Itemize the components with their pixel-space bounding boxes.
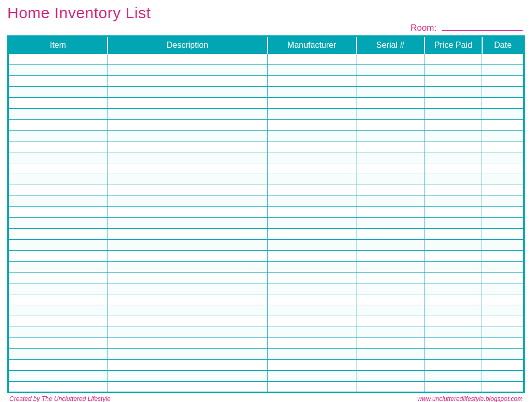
table-cell[interactable] <box>268 338 356 349</box>
table-cell[interactable] <box>108 65 267 76</box>
room-input-line[interactable] <box>442 23 523 31</box>
table-cell[interactable] <box>482 98 524 109</box>
table-cell[interactable] <box>424 141 482 152</box>
table-cell[interactable] <box>356 338 424 349</box>
table-row[interactable] <box>8 305 524 316</box>
table-cell[interactable] <box>108 218 267 229</box>
table-cell[interactable] <box>424 273 482 283</box>
table-cell[interactable] <box>356 229 424 240</box>
table-cell[interactable] <box>108 131 267 141</box>
table-row[interactable] <box>8 87 524 98</box>
table-cell[interactable] <box>8 294 108 305</box>
table-cell[interactable] <box>268 120 356 131</box>
table-cell[interactable] <box>8 338 108 349</box>
table-cell[interactable] <box>424 338 482 349</box>
table-row[interactable] <box>8 251 524 262</box>
table-cell[interactable] <box>482 240 524 251</box>
table-cell[interactable] <box>8 185 108 196</box>
table-cell[interactable] <box>108 349 267 360</box>
table-cell[interactable] <box>268 218 356 229</box>
table-cell[interactable] <box>108 120 267 131</box>
table-row[interactable] <box>8 196 524 207</box>
table-cell[interactable] <box>424 98 482 109</box>
table-cell[interactable] <box>482 65 524 76</box>
table-cell[interactable] <box>268 141 356 152</box>
table-cell[interactable] <box>268 174 356 185</box>
table-cell[interactable] <box>356 174 424 185</box>
table-cell[interactable] <box>356 305 424 316</box>
table-cell[interactable] <box>108 141 267 152</box>
table-row[interactable] <box>8 283 524 294</box>
table-cell[interactable] <box>108 229 267 240</box>
table-cell[interactable] <box>482 229 524 240</box>
table-cell[interactable] <box>8 120 108 131</box>
table-cell[interactable] <box>482 382 524 393</box>
table-cell[interactable] <box>268 152 356 163</box>
table-cell[interactable] <box>8 163 108 174</box>
table-cell[interactable] <box>424 120 482 131</box>
table-cell[interactable] <box>424 294 482 305</box>
table-cell[interactable] <box>356 54 424 65</box>
table-cell[interactable] <box>482 54 524 65</box>
table-cell[interactable] <box>424 65 482 76</box>
table-cell[interactable] <box>8 273 108 283</box>
table-row[interactable] <box>8 185 524 196</box>
table-cell[interactable] <box>424 240 482 251</box>
table-cell[interactable] <box>108 163 267 174</box>
table-cell[interactable] <box>482 185 524 196</box>
table-cell[interactable] <box>356 316 424 327</box>
table-cell[interactable] <box>268 229 356 240</box>
table-cell[interactable] <box>108 305 267 316</box>
table-cell[interactable] <box>268 65 356 76</box>
table-cell[interactable] <box>268 371 356 382</box>
table-cell[interactable] <box>108 109 267 120</box>
table-row[interactable] <box>8 316 524 327</box>
table-cell[interactable] <box>424 360 482 371</box>
table-row[interactable] <box>8 65 524 76</box>
table-cell[interactable] <box>108 196 267 207</box>
table-cell[interactable] <box>356 98 424 109</box>
table-cell[interactable] <box>108 294 267 305</box>
table-row[interactable] <box>8 229 524 240</box>
table-cell[interactable] <box>424 207 482 218</box>
table-cell[interactable] <box>482 327 524 338</box>
table-cell[interactable] <box>8 316 108 327</box>
table-cell[interactable] <box>108 76 267 87</box>
table-row[interactable] <box>8 152 524 163</box>
table-cell[interactable] <box>356 327 424 338</box>
table-cell[interactable] <box>424 54 482 65</box>
table-cell[interactable] <box>268 360 356 371</box>
table-row[interactable] <box>8 349 524 360</box>
table-cell[interactable] <box>356 283 424 294</box>
table-row[interactable] <box>8 294 524 305</box>
table-cell[interactable] <box>268 262 356 273</box>
table-cell[interactable] <box>108 207 267 218</box>
table-cell[interactable] <box>424 349 482 360</box>
table-cell[interactable] <box>482 218 524 229</box>
table-cell[interactable] <box>356 196 424 207</box>
table-row[interactable] <box>8 109 524 120</box>
table-cell[interactable] <box>356 218 424 229</box>
table-cell[interactable] <box>108 251 267 262</box>
table-cell[interactable] <box>356 185 424 196</box>
table-cell[interactable] <box>482 294 524 305</box>
table-cell[interactable] <box>482 109 524 120</box>
table-cell[interactable] <box>8 131 108 141</box>
table-cell[interactable] <box>424 229 482 240</box>
table-row[interactable] <box>8 207 524 218</box>
table-cell[interactable] <box>268 251 356 262</box>
table-cell[interactable] <box>268 98 356 109</box>
table-cell[interactable] <box>268 273 356 283</box>
table-cell[interactable] <box>268 305 356 316</box>
table-cell[interactable] <box>8 229 108 240</box>
table-cell[interactable] <box>8 349 108 360</box>
table-cell[interactable] <box>268 87 356 98</box>
table-cell[interactable] <box>268 382 356 393</box>
table-cell[interactable] <box>356 163 424 174</box>
table-cell[interactable] <box>108 262 267 273</box>
table-cell[interactable] <box>356 382 424 393</box>
table-cell[interactable] <box>8 152 108 163</box>
table-cell[interactable] <box>482 196 524 207</box>
table-cell[interactable] <box>268 131 356 141</box>
table-cell[interactable] <box>268 54 356 65</box>
